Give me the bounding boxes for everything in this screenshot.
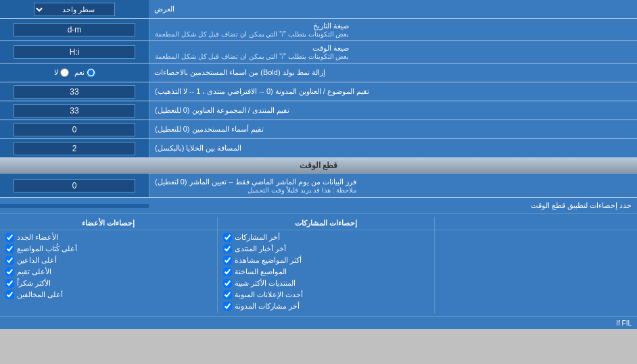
last-posts-checkbox[interactable]: [223, 233, 232, 242]
last-posts-label: أخر المشاركات: [235, 233, 280, 242]
username-order-label: تقيم أسماء المستخدمين (0 للتعطيل): [149, 120, 637, 138]
stats-posts-header: إحصاءات المشاركات: [217, 217, 435, 230]
display-label: العرض: [149, 0, 637, 18]
top-violators-checkbox[interactable]: [5, 290, 14, 299]
stats-checkboxes-area: إحصاءات المشاركات إحصاءات الأعضاء أخر ال…: [0, 214, 637, 316]
display-label-text: العرض: [154, 5, 174, 14]
checkbox-most-thanks: الأكثر شكراً: [3, 278, 214, 289]
username-order-input[interactable]: [14, 123, 135, 136]
bold-remove-radio-wrapper: نعم لا: [0, 63, 149, 82]
topic-order-title: تقيم الموضوع / العناوين المدونة (0 -- ال…: [155, 87, 369, 96]
stats-members-col: الأعضاء الجدد أعلى كُتاب المواضيع أعلى ا…: [0, 230, 217, 313]
column-spacing-input[interactable]: [14, 142, 135, 155]
date-format-input[interactable]: [14, 23, 135, 36]
stats-right-col-header: [434, 217, 637, 230]
classifieds-checkbox[interactable]: [223, 290, 232, 299]
checkbox-top-writers: أعلى كُتاب المواضيع: [3, 243, 214, 255]
checkbox-top-inviters: أعلى الداعين: [3, 255, 214, 266]
forum-order-label: تقيم المنتدى / المجموعة العناوين (0 للتع…: [149, 101, 637, 120]
forum-order-input[interactable]: [14, 104, 135, 118]
most-viewed-label: أكثر المواضيع مشاهدة: [235, 256, 302, 265]
topic-order-input[interactable]: [14, 85, 135, 99]
date-format-input-wrapper: [0, 19, 149, 41]
date-format-title: صيغة التاريخ: [155, 22, 349, 30]
topic-order-label: تقيم الموضوع / العناوين المدونة (0 -- ال…: [149, 82, 637, 101]
bold-remove-no-radio[interactable]: [60, 68, 69, 77]
forum-news-label: أخر أخبار المنتدى: [235, 244, 286, 253]
top-rated-label: الأعلى تقيم: [17, 267, 51, 276]
display-select-wrapper: سطر واحد سطران ثلاثة أسطر: [0, 0, 149, 18]
bold-remove-no-text: لا: [54, 68, 58, 77]
time-cutoff-note: ملاحظة : هذا قد يزيد قليلاً وقت التحميل: [155, 186, 356, 194]
apply-cutoff-right: [0, 204, 149, 208]
checkbox-blog-posts: أخر مشاركات المدونة: [220, 301, 432, 312]
time-format-input[interactable]: [14, 45, 135, 59]
time-cutoff-header: قطع الوقت: [0, 158, 637, 174]
column-spacing-title: المسافة بين الخلايا (بالبكسل): [155, 144, 242, 153]
bold-remove-title: إزالة نمط بولد (Bold) من اسماء المستخدمي…: [154, 68, 325, 77]
topic-order-input-wrapper: [0, 82, 149, 101]
top-inviters-checkbox[interactable]: [5, 256, 14, 265]
top-writers-checkbox[interactable]: [5, 244, 14, 253]
most-thanks-checkbox[interactable]: [5, 279, 14, 288]
checkbox-most-viewed: أكثر المواضيع مشاهدة: [220, 255, 432, 266]
username-order-input-wrapper: [0, 120, 149, 138]
bold-remove-label: إزالة نمط بولد (Bold) من اسماء المستخدمي…: [149, 63, 637, 82]
hot-topics-checkbox[interactable]: [223, 267, 232, 276]
checkbox-last-posts: أخر المشاركات: [220, 232, 432, 243]
top-rated-checkbox[interactable]: [5, 267, 14, 276]
top-inviters-label: أعلى الداعين: [17, 256, 57, 265]
time-cutoff-row-title: فرز البيانات من يوم الماشر الماضي فقط --…: [155, 178, 356, 186]
top-violators-label: أعلى المخالفين: [17, 290, 63, 299]
most-viewed-checkbox[interactable]: [223, 256, 232, 265]
forum-order-input-wrapper: [0, 101, 149, 120]
hot-topics-label: المواضيع الساخنة: [235, 267, 287, 276]
stats-posts-header-text: إحصاءات المشاركات: [295, 219, 357, 227]
checkbox-classifieds: أحدث الإعلانات المبوبة: [220, 289, 432, 301]
stats-members-header-text: إحصاءات الأعضاء: [82, 219, 135, 227]
forum-order-title: تقيم المنتدى / المجموعة العناوين (0 للتع…: [155, 106, 289, 115]
new-members-label: الأعضاء الجدد: [17, 233, 58, 242]
blog-posts-label: أخر مشاركات المدونة: [235, 302, 300, 311]
time-format-title: صيغة الوقت: [155, 44, 349, 53]
if-fil-note: If FIL: [616, 319, 632, 327]
most-thanks-label: الأكثر شكراً: [17, 279, 51, 288]
time-cutoff-header-text: قطع الوقت: [300, 161, 337, 170]
checkbox-new-members: الأعضاء الجدد: [3, 232, 214, 243]
time-format-sublabel: بعض التكوينات يتطلب "/" التي يمكن ان تضا…: [155, 53, 349, 60]
bold-remove-yes-text: نعم: [74, 68, 85, 77]
bold-remove-no-label: لا: [54, 68, 69, 77]
date-format-label: صيغة التاريخ بعض التكوينات يتطلب "/" الت…: [149, 19, 637, 41]
time-format-label: صيغة الوقت بعض التكوينات يتطلب "/" التي …: [149, 41, 637, 63]
time-format-input-wrapper: [0, 41, 149, 63]
top-writers-label: أعلى كُتاب المواضيع: [17, 244, 77, 253]
time-cutoff-input[interactable]: [14, 179, 135, 192]
most-similar-label: المنتديات الأكثر شبية: [235, 279, 296, 288]
new-members-checkbox[interactable]: [5, 233, 14, 242]
apply-cutoff-text: حدد إحصاءات لتطبيق قطع الوقت: [531, 201, 632, 209]
forum-news-checkbox[interactable]: [223, 244, 232, 253]
time-cutoff-label: فرز البيانات من يوم الماشر الماضي فقط --…: [149, 174, 637, 197]
time-cutoff-input-wrapper: [0, 174, 149, 197]
classifieds-label: أحدث الإعلانات المبوبة: [235, 290, 303, 299]
bold-remove-yes-radio[interactable]: [87, 68, 95, 77]
checkbox-hot-topics: المواضيع الساخنة: [220, 266, 432, 278]
checkbox-top-rated: الأعلى تقيم: [3, 266, 214, 278]
stats-members-header: إحصاءات الأعضاء: [0, 217, 217, 230]
column-spacing-label: المسافة بين الخلايا (بالبكسل): [149, 139, 637, 157]
checkbox-forum-news: أخر أخبار المنتدى: [220, 243, 432, 255]
username-order-title: تقيم أسماء المستخدمين (0 للتعطيل): [155, 125, 264, 134]
display-dropdown[interactable]: سطر واحد سطران ثلاثة أسطر: [34, 3, 115, 16]
stats-posts-col: أخر المشاركات أخر أخبار المنتدى أكثر الم…: [217, 230, 435, 313]
checkbox-top-violators: أعلى المخالفين: [3, 289, 214, 301]
column-spacing-input-wrapper: [0, 139, 149, 157]
blog-posts-checkbox[interactable]: [223, 302, 232, 311]
checkbox-most-similar: المنتديات الأكثر شبية: [220, 278, 432, 289]
most-similar-checkbox[interactable]: [223, 279, 232, 288]
date-format-sublabel: بعض التكوينات يتطلب "/" التي يمكن ان تضا…: [155, 30, 349, 38]
bold-remove-yes-label: نعم: [74, 68, 95, 77]
apply-cutoff-label: حدد إحصاءات لتطبيق قطع الوقت: [149, 199, 637, 213]
stats-right-empty: [434, 230, 637, 313]
